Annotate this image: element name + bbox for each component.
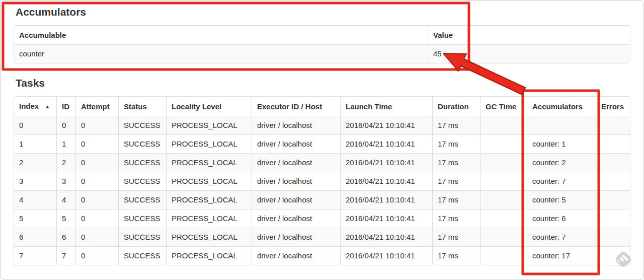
task-id-cell: 5 (56, 209, 75, 228)
tasks-header-errors[interactable]: Errors (596, 97, 630, 116)
task-status-cell: SUCCESS (118, 190, 166, 209)
task-row: 0 0 0 SUCCESS PROCESS_LOCAL driver / loc… (14, 116, 630, 134)
task-gc-time-cell (480, 116, 527, 134)
task-executor-id-host-cell: driver / localhost (252, 116, 340, 134)
task-duration-cell: 17 ms (432, 172, 480, 190)
accumulators-header-row: Accumulable Value (14, 26, 630, 44)
task-errors-cell (596, 228, 630, 246)
task-row: 2 2 0 SUCCESS PROCESS_LOCAL driver / loc… (14, 153, 630, 172)
task-status-cell: SUCCESS (118, 153, 166, 172)
task-launch-time-cell: 2016/04/21 10:10:41 (340, 172, 432, 190)
tasks-header-accumulators[interactable]: Accumulators (527, 97, 596, 116)
accumulator-row: counter 45 (14, 44, 630, 63)
tasks-table: Index▲ ID Attempt Status Locality Level … (14, 96, 630, 265)
tasks-header-status[interactable]: Status (118, 97, 166, 116)
task-row: 3 3 0 SUCCESS PROCESS_LOCAL driver / loc… (14, 172, 630, 190)
task-executor-id-host-cell: driver / localhost (252, 228, 340, 246)
task-accumulators-cell: counter: 1 (527, 134, 596, 153)
task-accumulators-cell: counter: 7 (527, 172, 596, 190)
tasks-header-gc-time[interactable]: GC Time (480, 97, 527, 116)
task-locality-level-cell: PROCESS_LOCAL (166, 134, 252, 153)
task-accumulators-cell: counter: 6 (527, 209, 596, 228)
task-errors-cell (596, 153, 630, 172)
task-locality-level-cell: PROCESS_LOCAL (166, 209, 252, 228)
task-gc-time-cell (480, 172, 527, 190)
task-errors-cell (596, 172, 630, 190)
task-attempt-cell: 0 (75, 134, 118, 153)
task-duration-cell: 17 ms (432, 246, 480, 265)
task-attempt-cell: 0 (75, 246, 118, 265)
task-launch-time-cell: 2016/04/21 10:10:41 (340, 246, 432, 265)
task-executor-id-host-cell: driver / localhost (252, 246, 340, 265)
tasks-table-body: 0 0 0 SUCCESS PROCESS_LOCAL driver / loc… (14, 116, 630, 265)
task-gc-time-cell (480, 209, 527, 228)
tasks-header-locality-level[interactable]: Locality Level (166, 97, 252, 116)
task-id-cell: 4 (56, 190, 75, 209)
tasks-header-launch-time[interactable]: Launch Time (340, 97, 432, 116)
task-duration-cell: 17 ms (432, 116, 480, 134)
task-status-cell: SUCCESS (118, 246, 166, 265)
tasks-header-index-label: Index (19, 102, 39, 110)
task-id-cell: 1 (56, 134, 75, 153)
task-attempt-cell: 0 (75, 228, 118, 246)
task-executor-id-host-cell: driver / localhost (252, 134, 340, 153)
task-index-cell: 4 (14, 190, 56, 209)
task-row: 5 5 0 SUCCESS PROCESS_LOCAL driver / loc… (14, 209, 630, 228)
task-gc-time-cell (480, 246, 527, 265)
task-locality-level-cell: PROCESS_LOCAL (166, 190, 252, 209)
accumulators-section-title: Accumulators (16, 7, 630, 18)
task-index-cell: 2 (14, 153, 56, 172)
task-errors-cell (596, 134, 630, 153)
feedly-watermark-icon (614, 250, 633, 269)
task-duration-cell: 17 ms (432, 134, 480, 153)
task-locality-level-cell: PROCESS_LOCAL (166, 246, 252, 265)
task-row: 6 6 0 SUCCESS PROCESS_LOCAL driver / loc… (14, 228, 630, 246)
task-id-cell: 0 (56, 116, 75, 134)
task-locality-level-cell: PROCESS_LOCAL (166, 153, 252, 172)
task-accumulators-cell: counter: 17 (527, 246, 596, 265)
task-index-cell: 7 (14, 246, 56, 265)
tasks-header-executor-id-host[interactable]: Executor ID / Host (252, 97, 340, 116)
accumulators-table: Accumulable Value counter 45 (14, 25, 630, 63)
task-attempt-cell: 0 (75, 153, 118, 172)
task-index-cell: 1 (14, 134, 56, 153)
task-id-cell: 6 (56, 228, 75, 246)
sort-asc-icon: ▲ (45, 104, 50, 109)
task-row: 7 7 0 SUCCESS PROCESS_LOCAL driver / loc… (14, 246, 630, 265)
task-locality-level-cell: PROCESS_LOCAL (166, 116, 252, 134)
task-gc-time-cell (480, 228, 527, 246)
tasks-header-duration[interactable]: Duration (432, 97, 480, 116)
tasks-header-attempt[interactable]: Attempt (75, 97, 118, 116)
task-attempt-cell: 0 (75, 209, 118, 228)
task-executor-id-host-cell: driver / localhost (252, 153, 340, 172)
task-status-cell: SUCCESS (118, 209, 166, 228)
task-launch-time-cell: 2016/04/21 10:10:41 (340, 190, 432, 209)
task-errors-cell (596, 190, 630, 209)
task-launch-time-cell: 2016/04/21 10:10:41 (340, 228, 432, 246)
task-locality-level-cell: PROCESS_LOCAL (166, 228, 252, 246)
tasks-header-row: Index▲ ID Attempt Status Locality Level … (14, 97, 630, 116)
task-status-cell: SUCCESS (118, 172, 166, 190)
task-index-cell: 3 (14, 172, 56, 190)
task-row: 1 1 0 SUCCESS PROCESS_LOCAL driver / loc… (14, 134, 630, 153)
task-launch-time-cell: 2016/04/21 10:10:41 (340, 209, 432, 228)
task-row: 4 4 0 SUCCESS PROCESS_LOCAL driver / loc… (14, 190, 630, 209)
task-accumulators-cell: counter: 5 (527, 190, 596, 209)
task-gc-time-cell (480, 190, 527, 209)
accumulable-name-cell: counter (14, 44, 428, 63)
tasks-header-index[interactable]: Index▲ (14, 97, 56, 116)
task-index-cell: 6 (14, 228, 56, 246)
task-executor-id-host-cell: driver / localhost (252, 209, 340, 228)
task-status-cell: SUCCESS (118, 228, 166, 246)
task-attempt-cell: 0 (75, 172, 118, 190)
task-launch-time-cell: 2016/04/21 10:10:41 (340, 116, 432, 134)
accumulators-header-accumulable: Accumulable (14, 26, 428, 44)
task-accumulators-cell (527, 116, 596, 134)
task-duration-cell: 17 ms (432, 153, 480, 172)
page-content: Accumulators Accumulable Value counter 4… (1, 1, 643, 265)
tasks-header-id[interactable]: ID (56, 97, 75, 116)
task-accumulators-cell: counter: 2 (527, 153, 596, 172)
tasks-section-title: Tasks (16, 78, 630, 89)
spark-stage-page: Accumulators Accumulable Value counter 4… (0, 0, 644, 280)
task-locality-level-cell: PROCESS_LOCAL (166, 172, 252, 190)
